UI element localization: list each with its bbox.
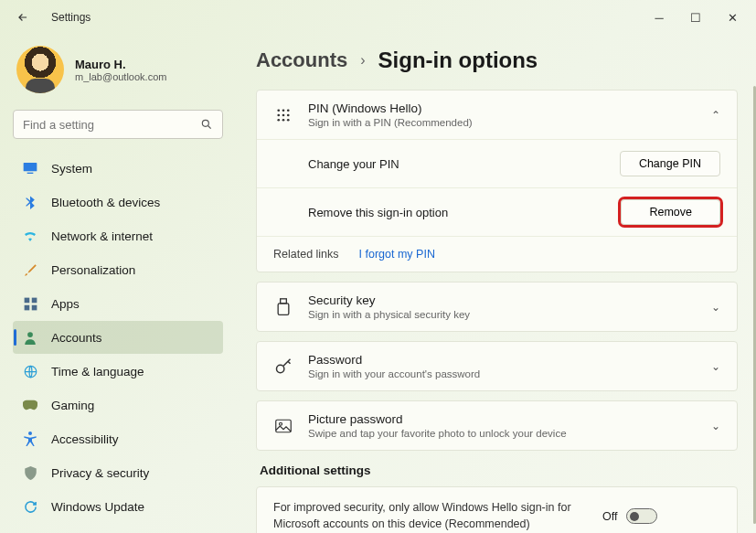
wifi-icon [22, 228, 38, 244]
nav-network[interactable]: Network & internet [13, 219, 223, 252]
chevron-down-icon: ⌄ [711, 360, 720, 373]
back-button[interactable] [16, 11, 31, 24]
breadcrumb: Accounts › Sign-in options [256, 48, 738, 73]
password-card[interactable]: Password Sign in with your account's pas… [256, 341, 738, 391]
nav-label: System [51, 162, 92, 176]
security-key-card[interactable]: Security key Sign in with a physical sec… [256, 282, 738, 332]
svg-rect-3 [24, 297, 29, 303]
brush-icon [22, 261, 38, 278]
nav-system[interactable]: System [13, 152, 223, 185]
nav-label: Bluetooth & devices [51, 196, 160, 209]
chevron-down-icon: ⌄ [711, 420, 720, 432]
bluetooth-icon [22, 194, 38, 210]
nav-time[interactable]: Time & language [13, 355, 223, 388]
nav-accessibility[interactable]: Accessibility [13, 422, 223, 455]
nav-accounts[interactable]: Accounts [13, 321, 223, 354]
svg-rect-19 [281, 298, 287, 303]
close-button[interactable]: ✕ [725, 11, 740, 25]
svg-point-0 [202, 120, 208, 126]
nav-privacy[interactable]: Privacy & security [13, 456, 223, 489]
shield-icon [22, 464, 38, 481]
svg-point-7 [27, 332, 33, 337]
nav-label: Time & language [51, 365, 144, 378]
nav-update[interactable]: Windows Update [13, 490, 223, 523]
gaming-icon [22, 397, 38, 413]
nav-gaming[interactable]: Gaming [13, 389, 223, 421]
svg-rect-2 [27, 173, 34, 174]
seckey-sub: Sign in with a physical security key [308, 309, 697, 320]
svg-point-12 [287, 109, 290, 112]
nav-apps[interactable]: Apps [13, 287, 223, 320]
svg-rect-4 [31, 297, 37, 303]
additional-heading: Additional settings [260, 464, 738, 477]
change-pin-label: Change your PIN [308, 157, 620, 171]
nav-label: Windows Update [51, 500, 144, 514]
system-icon [22, 160, 38, 176]
svg-point-16 [277, 118, 280, 121]
chevron-down-icon: ⌄ [711, 301, 720, 314]
breadcrumb-parent[interactable]: Accounts [256, 48, 347, 72]
update-icon [22, 498, 38, 515]
pin-card: PIN (Windows Hello) Sign in with a PIN (… [256, 90, 738, 272]
usb-key-icon [273, 297, 293, 317]
profile-block[interactable]: Mauro H. m_lab@outlook.com [13, 42, 223, 108]
window-title: Settings [51, 11, 91, 24]
hello-only-toggle[interactable] [626, 508, 657, 524]
avatar [16, 46, 64, 93]
pin-sub: Sign in with a PIN (Recommended) [308, 117, 697, 128]
nav-label: Accessibility [51, 432, 119, 446]
svg-point-10 [277, 109, 280, 112]
nav-label: Network & internet [51, 229, 153, 243]
user-name: Mauro H. [75, 58, 166, 71]
nav-label: Privacy & security [51, 466, 149, 480]
toggle-state-label: Off [602, 510, 617, 523]
remove-pin-row: Remove this sign-in option Remove [257, 188, 737, 237]
nav-label: Personalization [51, 263, 135, 277]
svg-point-17 [282, 118, 285, 121]
nav-list: System Bluetooth & devices Network & int… [13, 152, 223, 523]
apps-icon [22, 295, 38, 312]
nav-label: Apps [51, 297, 80, 311]
password-title: Password [308, 353, 697, 367]
nav-bluetooth[interactable]: Bluetooth & devices [13, 186, 223, 219]
picpass-sub: Swipe and tap your favorite photo to unl… [308, 428, 697, 439]
picture-password-card[interactable]: Picture password Swipe and tap your favo… [256, 400, 738, 451]
forgot-pin-link[interactable]: I forgot my PIN [359, 248, 435, 261]
remove-pin-label: Remove this sign-in option [308, 206, 621, 219]
svg-point-15 [287, 113, 290, 116]
svg-point-13 [277, 113, 280, 116]
chevron-right-icon: › [360, 52, 365, 69]
password-sub: Sign in with your account's password [308, 368, 697, 379]
search-icon [200, 118, 213, 131]
image-icon [273, 416, 293, 436]
maximize-button[interactable]: ☐ [688, 11, 703, 25]
main-content: Accounts › Sign-in options PIN (Windows … [236, 35, 756, 533]
nav-personalization[interactable]: Personalization [13, 253, 223, 286]
related-label: Related links [273, 248, 339, 261]
pin-header-row[interactable]: PIN (Windows Hello) Sign in with a PIN (… [257, 91, 737, 140]
accessibility-icon [22, 431, 38, 447]
search-input[interactable] [23, 118, 200, 132]
search-box[interactable] [13, 110, 223, 139]
page-title: Sign-in options [378, 48, 538, 73]
keypad-icon [273, 105, 293, 125]
change-pin-button[interactable]: Change PIN [620, 151, 720, 176]
svg-rect-6 [31, 304, 37, 310]
svg-rect-22 [276, 420, 292, 432]
svg-point-9 [28, 432, 32, 435]
svg-point-21 [277, 365, 284, 372]
title-bar: Settings ─ ☐ ✕ [0, 0, 756, 35]
svg-point-14 [282, 113, 285, 116]
svg-rect-5 [24, 304, 29, 310]
sidebar: Mauro H. m_lab@outlook.com System Blueto… [0, 35, 236, 533]
svg-point-18 [287, 118, 290, 121]
person-icon [22, 329, 38, 346]
svg-point-23 [280, 422, 282, 425]
minimize-button[interactable]: ─ [652, 11, 666, 25]
hello-only-text: For improved security, only allow Window… [273, 500, 602, 532]
nav-label: Gaming [51, 399, 94, 412]
key-icon [273, 357, 293, 377]
change-pin-row: Change your PIN Change PIN [257, 140, 737, 188]
globe-icon [22, 363, 38, 379]
remove-pin-button[interactable]: Remove [621, 199, 720, 225]
